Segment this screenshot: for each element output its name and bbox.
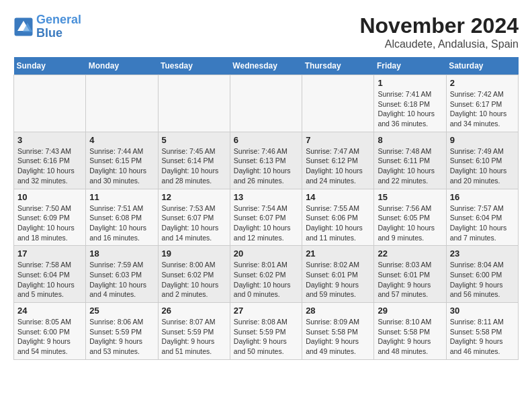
calendar-cell: 25Sunrise: 8:06 AMSunset: 5:59 PMDayligh… [86, 303, 158, 360]
calendar-cell: 26Sunrise: 8:07 AMSunset: 5:59 PMDayligh… [158, 303, 230, 360]
logo: General Blue [13, 13, 81, 40]
day-number: 8 [378, 135, 442, 145]
calendar-cell: 6Sunrise: 7:46 AMSunset: 6:13 PMDaylight… [230, 132, 302, 189]
day-info: Sunrise: 8:05 AMSunset: 6:00 PMDaylight:… [17, 317, 82, 357]
day-info: Sunrise: 8:09 AMSunset: 5:58 PMDaylight:… [306, 317, 370, 357]
day-info: Sunrise: 8:01 AMSunset: 6:02 PMDaylight:… [234, 260, 298, 300]
day-info: Sunrise: 8:04 AMSunset: 6:00 PMDaylight:… [450, 260, 515, 300]
logo-line2: Blue [36, 26, 62, 40]
day-number: 28 [306, 306, 370, 316]
day-number: 5 [162, 135, 226, 145]
calendar-cell: 22Sunrise: 8:03 AMSunset: 6:01 PMDayligh… [374, 246, 446, 303]
calendar-week-2: 3Sunrise: 7:43 AMSunset: 6:16 PMDaylight… [14, 132, 519, 189]
calendar-cell: 23Sunrise: 8:04 AMSunset: 6:00 PMDayligh… [446, 246, 518, 303]
day-info: Sunrise: 8:08 AMSunset: 5:59 PMDaylight:… [234, 317, 298, 357]
day-info: Sunrise: 7:56 AMSunset: 6:05 PMDaylight:… [378, 203, 442, 243]
day-number: 20 [234, 248, 298, 259]
day-number: 6 [234, 135, 298, 145]
day-number: 25 [89, 306, 154, 316]
calendar-cell: 17Sunrise: 7:58 AMSunset: 6:04 PMDayligh… [14, 246, 86, 303]
calendar-cell: 5Sunrise: 7:45 AMSunset: 6:14 PMDaylight… [158, 132, 230, 189]
calendar-cell: 7Sunrise: 7:47 AMSunset: 6:12 PMDaylight… [302, 132, 374, 189]
day-number: 14 [306, 192, 370, 202]
calendar-week-5: 24Sunrise: 8:05 AMSunset: 6:00 PMDayligh… [14, 303, 519, 360]
day-number: 24 [17, 306, 82, 316]
day-number: 27 [234, 306, 298, 316]
day-info: Sunrise: 7:44 AMSunset: 6:15 PMDaylight:… [89, 146, 154, 186]
logo-icon [13, 17, 34, 37]
calendar-cell: 20Sunrise: 8:01 AMSunset: 6:02 PMDayligh… [230, 246, 302, 303]
day-number: 19 [162, 248, 226, 259]
calendar-cell: 9Sunrise: 7:49 AMSunset: 6:10 PMDaylight… [446, 132, 518, 189]
calendar-cell: 27Sunrise: 8:08 AMSunset: 5:59 PMDayligh… [230, 303, 302, 360]
day-number: 22 [378, 248, 442, 259]
day-info: Sunrise: 7:53 AMSunset: 6:07 PMDaylight:… [162, 203, 226, 243]
day-number: 12 [162, 192, 226, 202]
day-info: Sunrise: 7:43 AMSunset: 6:16 PMDaylight:… [17, 146, 82, 186]
calendar-cell: 29Sunrise: 8:10 AMSunset: 5:58 PMDayligh… [374, 303, 446, 360]
day-info: Sunrise: 7:49 AMSunset: 6:10 PMDaylight:… [450, 146, 515, 186]
day-number: 13 [234, 192, 298, 202]
calendar-cell: 30Sunrise: 8:11 AMSunset: 5:58 PMDayligh… [446, 303, 518, 360]
calendar-cell: 8Sunrise: 7:48 AMSunset: 6:11 PMDaylight… [374, 132, 446, 189]
day-info: Sunrise: 7:45 AMSunset: 6:14 PMDaylight:… [162, 146, 226, 186]
calendar-header-row: SundayMondayTuesdayWednesdayThursdayFrid… [14, 57, 519, 75]
calendar-cell: 10Sunrise: 7:50 AMSunset: 6:09 PMDayligh… [14, 189, 86, 246]
day-number: 7 [306, 135, 370, 145]
calendar-cell: 24Sunrise: 8:05 AMSunset: 6:00 PMDayligh… [14, 303, 86, 360]
day-info: Sunrise: 7:42 AMSunset: 6:17 PMDaylight:… [450, 89, 515, 129]
calendar-cell [302, 75, 374, 132]
calendar-cell: 3Sunrise: 7:43 AMSunset: 6:16 PMDaylight… [14, 132, 86, 189]
calendar-cell: 4Sunrise: 7:44 AMSunset: 6:15 PMDaylight… [86, 132, 158, 189]
page-subtitle: Alcaudete, Andalusia, Spain [359, 38, 519, 50]
calendar-header-monday: Monday [86, 57, 158, 75]
day-info: Sunrise: 8:11 AMSunset: 5:58 PMDaylight:… [450, 317, 515, 357]
day-number: 3 [17, 135, 82, 145]
day-info: Sunrise: 7:48 AMSunset: 6:11 PMDaylight:… [378, 146, 442, 186]
calendar-cell: 1Sunrise: 7:41 AMSunset: 6:18 PMDaylight… [374, 75, 446, 132]
calendar-header-wednesday: Wednesday [230, 57, 302, 75]
day-number: 26 [162, 306, 226, 316]
day-info: Sunrise: 7:55 AMSunset: 6:06 PMDaylight:… [306, 203, 370, 243]
day-info: Sunrise: 8:10 AMSunset: 5:58 PMDaylight:… [378, 317, 442, 357]
calendar-header-tuesday: Tuesday [158, 57, 230, 75]
calendar-cell: 14Sunrise: 7:55 AMSunset: 6:06 PMDayligh… [302, 189, 374, 246]
day-number: 18 [89, 248, 154, 259]
day-number: 15 [378, 192, 442, 202]
day-info: Sunrise: 7:58 AMSunset: 6:04 PMDaylight:… [17, 260, 82, 300]
day-number: 29 [378, 306, 442, 316]
day-number: 9 [450, 135, 515, 145]
day-info: Sunrise: 8:03 AMSunset: 6:01 PMDaylight:… [378, 260, 442, 300]
calendar-cell: 13Sunrise: 7:54 AMSunset: 6:07 PMDayligh… [230, 189, 302, 246]
calendar-table: SundayMondayTuesdayWednesdayThursdayFrid… [13, 57, 519, 360]
calendar-cell: 11Sunrise: 7:51 AMSunset: 6:08 PMDayligh… [86, 189, 158, 246]
logo-text: General Blue [36, 13, 81, 40]
header: General Blue November 2024 Alcaudete, An… [13, 13, 519, 50]
day-info: Sunrise: 8:02 AMSunset: 6:01 PMDaylight:… [306, 260, 370, 300]
calendar-header-sunday: Sunday [14, 57, 86, 75]
day-info: Sunrise: 8:07 AMSunset: 5:59 PMDaylight:… [162, 317, 226, 357]
calendar-cell: 15Sunrise: 7:56 AMSunset: 6:05 PMDayligh… [374, 189, 446, 246]
calendar-week-3: 10Sunrise: 7:50 AMSunset: 6:09 PMDayligh… [14, 189, 519, 246]
calendar-cell [230, 75, 302, 132]
day-info: Sunrise: 7:57 AMSunset: 6:04 PMDaylight:… [450, 203, 515, 243]
calendar-cell [14, 75, 86, 132]
calendar-header-thursday: Thursday [302, 57, 374, 75]
calendar-header-friday: Friday [374, 57, 446, 75]
day-number: 17 [17, 248, 82, 259]
day-info: Sunrise: 7:41 AMSunset: 6:18 PMDaylight:… [378, 89, 442, 129]
day-info: Sunrise: 8:06 AMSunset: 5:59 PMDaylight:… [89, 317, 154, 357]
calendar-cell: 21Sunrise: 8:02 AMSunset: 6:01 PMDayligh… [302, 246, 374, 303]
day-info: Sunrise: 7:54 AMSunset: 6:07 PMDaylight:… [234, 203, 298, 243]
day-number: 1 [378, 78, 442, 88]
day-info: Sunrise: 7:51 AMSunset: 6:08 PMDaylight:… [89, 203, 154, 243]
day-info: Sunrise: 7:46 AMSunset: 6:13 PMDaylight:… [234, 146, 298, 186]
calendar-cell: 19Sunrise: 8:00 AMSunset: 6:02 PMDayligh… [158, 246, 230, 303]
day-number: 21 [306, 248, 370, 259]
page-title: November 2024 [359, 13, 519, 38]
day-info: Sunrise: 7:59 AMSunset: 6:03 PMDaylight:… [89, 260, 154, 300]
calendar-week-4: 17Sunrise: 7:58 AMSunset: 6:04 PMDayligh… [14, 246, 519, 303]
day-number: 16 [450, 192, 515, 202]
calendar-week-1: 1Sunrise: 7:41 AMSunset: 6:18 PMDaylight… [14, 75, 519, 132]
calendar-cell: 28Sunrise: 8:09 AMSunset: 5:58 PMDayligh… [302, 303, 374, 360]
